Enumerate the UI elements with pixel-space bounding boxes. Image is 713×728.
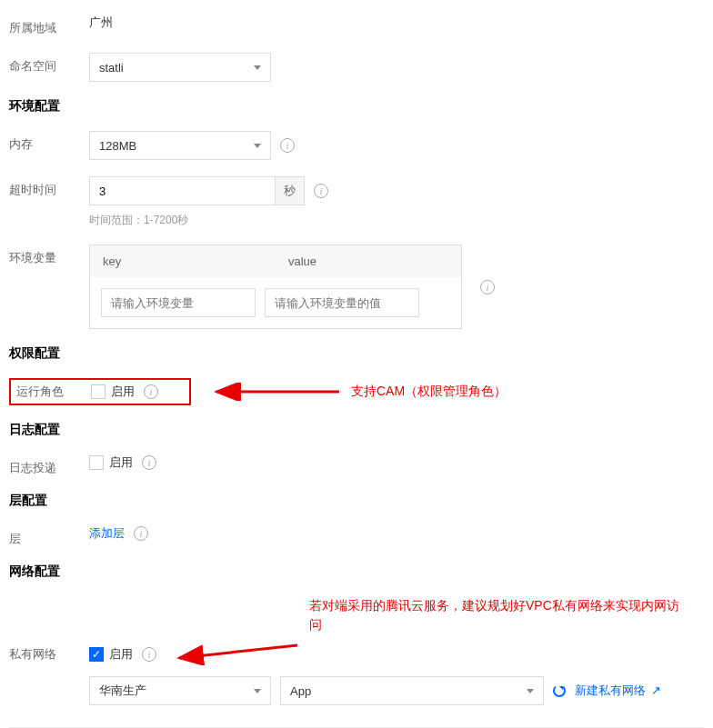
envvars-key-header: key — [90, 245, 276, 277]
vpc-select-2-value: App — [290, 684, 311, 698]
region-value: 广州 — [89, 15, 113, 31]
log-enable-checkbox[interactable] — [89, 455, 104, 470]
envvars-value-header: value — [276, 245, 461, 277]
log-label: 日志投递 — [9, 454, 89, 476]
chevron-down-icon — [254, 65, 261, 70]
net-section-title: 网络配置 — [9, 563, 704, 580]
info-icon[interactable] — [142, 455, 156, 470]
vpc-annotation: 若对端采用的腾讯云服务，建议规划好VPC私有网络来实现内网访问 — [309, 596, 691, 634]
log-enable-text: 启用 — [109, 454, 133, 471]
info-icon[interactable] — [314, 184, 328, 198]
info-icon[interactable] — [144, 384, 158, 399]
env-section-title: 环境配置 — [9, 98, 704, 115]
role-enable-text: 启用 — [111, 384, 135, 400]
timeout-label: 超时时间 — [9, 176, 89, 198]
timeout-unit: 秒 — [276, 176, 305, 205]
info-icon[interactable] — [142, 647, 156, 662]
add-layer-link[interactable]: 添加层 — [89, 525, 125, 542]
info-icon[interactable] — [134, 526, 148, 541]
vpc-enable-text: 启用 — [109, 646, 133, 663]
memory-label: 内存 — [9, 131, 89, 153]
vpc-select-2[interactable]: App — [280, 676, 544, 705]
namespace-select[interactable]: statli — [89, 53, 271, 82]
chevron-down-icon — [527, 689, 534, 693]
timeout-input[interactable] — [89, 176, 276, 205]
envvars-key-input[interactable] — [101, 288, 256, 317]
role-highlight-box: 运行角色 启用 — [9, 378, 191, 405]
timeout-hint: 时间范围：1-7200秒 — [89, 213, 188, 228]
info-icon[interactable] — [280, 138, 295, 153]
layer-label: 层 — [9, 525, 89, 547]
arrow-left-icon — [198, 383, 344, 401]
namespace-value: statli — [99, 61, 124, 75]
vpc-enable-checkbox[interactable] — [89, 647, 104, 662]
external-link-icon: ↗ — [651, 683, 661, 697]
envvars-label: 环境变量 — [9, 244, 89, 266]
envvars-table: key value — [89, 244, 462, 329]
new-vpc-text: 新建私有网络 — [575, 683, 646, 697]
memory-value: 128MB — [99, 139, 136, 153]
refresh-icon[interactable] — [553, 684, 566, 697]
info-icon[interactable] — [480, 280, 495, 294]
perm-section-title: 权限配置 — [9, 345, 704, 362]
log-section-title: 日志配置 — [9, 422, 704, 438]
chevron-down-icon — [254, 689, 261, 693]
region-label: 所属地域 — [9, 15, 89, 36]
layer-section-title: 层配置 — [9, 493, 704, 509]
chevron-down-icon — [254, 144, 261, 148]
role-label: 运行角色 — [16, 384, 91, 400]
arrow-diag-icon — [166, 643, 302, 665]
svg-line-3 — [179, 645, 297, 658]
vpc-select-1[interactable]: 华南生产 — [89, 676, 271, 705]
vpc-select-1-value: 华南生产 — [99, 683, 146, 699]
namespace-label: 命名空间 — [9, 53, 89, 75]
role-annotation: 支持CAM（权限管理角色） — [351, 384, 507, 400]
vpc-label: 私有网络 — [9, 646, 89, 663]
memory-select[interactable]: 128MB — [89, 131, 271, 160]
new-vpc-link[interactable]: 新建私有网络 ↗ — [575, 683, 661, 699]
envvars-value-input[interactable] — [265, 288, 419, 317]
role-enable-checkbox[interactable] — [91, 384, 105, 399]
